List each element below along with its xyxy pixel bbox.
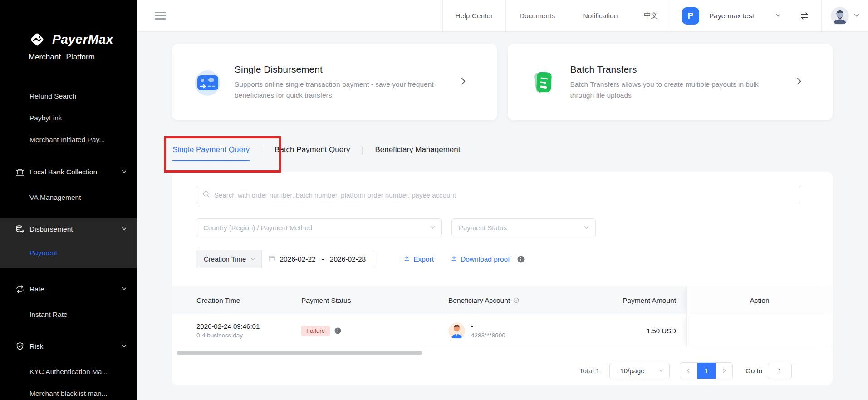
row-business-days: 0-4 business day (196, 332, 260, 339)
promo-cards: Single Disbursement Supports online sing… (172, 44, 833, 120)
search-input[interactable] (214, 191, 800, 199)
time-type-select[interactable]: Creation Time (196, 250, 262, 268)
topbar-language-switch[interactable]: 中文 (632, 0, 670, 31)
chevron-right-icon (795, 78, 803, 87)
date-range-picker[interactable]: 2026-02-22 - 2026-02-28 (262, 250, 374, 268)
table-header: Creation Time Payment Status Beneficiary… (172, 286, 833, 314)
beneficiary-account-number: 4283***8900 (471, 332, 505, 339)
sidebar-item-merchant-blacklist[interactable]: Merchant blacklist man... (0, 383, 137, 400)
date-start: 2026-02-22 (280, 255, 315, 263)
main-area: Help Center Documents Notification 中文 P … (137, 0, 868, 400)
download-icon (403, 255, 410, 263)
sidebar-item-local-bank-collection[interactable]: Local Bank Collection (0, 161, 137, 183)
sidebar-item-paybylink[interactable]: PaybyLink (0, 107, 137, 129)
prev-page-button[interactable] (680, 363, 697, 379)
header-payment-status: Payment Status (301, 286, 448, 314)
topbar-right: Help Center Documents Notification 中文 P … (442, 0, 868, 31)
export-button[interactable]: Export (403, 255, 434, 263)
user-avatar (831, 7, 849, 25)
eye-off-icon[interactable] (513, 297, 520, 304)
card-title: Single Disbursement (235, 64, 448, 75)
payment-amount: 1.50 USD (647, 327, 676, 335)
payermax-logo-icon (28, 30, 46, 49)
org-badge: P (682, 7, 699, 25)
sidebar-item-risk[interactable]: Risk (0, 336, 137, 357)
payments-table: Creation Time Payment Status Beneficiary… (172, 286, 833, 355)
date-end: 2026-02-28 (330, 255, 366, 263)
chevron-down-icon (250, 255, 255, 263)
chevron-down-icon (121, 168, 127, 176)
tab-batch-payment-query[interactable]: Batch Payment Query (275, 145, 350, 155)
topbar-documents[interactable]: Documents (505, 0, 569, 31)
download-proof-button[interactable]: Download proof (451, 255, 525, 263)
query-panel: Country (Region) / Payment Method Paymen… (172, 172, 833, 385)
time-filter-row: Creation Time 2026-02-22 - 2026-02-28 (196, 250, 833, 268)
row-creation-time: 2026-02-24 09:46:01 (196, 322, 260, 330)
total-count: Total 1 (579, 367, 599, 375)
sidebar-item-merchant-initiated-pay[interactable]: Merchant Initiated Pay... (0, 129, 137, 151)
coins-icon (15, 224, 25, 234)
sidebar-active-section: Disbursement Payment (0, 218, 137, 268)
sidebar-item-disbursement[interactable]: Disbursement (0, 218, 137, 240)
topbar-account-switcher[interactable]: P Payermax test (670, 0, 821, 31)
payment-status-select[interactable]: Payment Status (451, 218, 596, 237)
sidebar-item-va-management[interactable]: VA Management (0, 187, 137, 208)
exchange-icon (15, 284, 25, 294)
topbar-help-center[interactable]: Help Center (442, 0, 505, 31)
header-creation-time: Creation Time (172, 286, 301, 314)
batch-doc-icon (529, 68, 558, 97)
tab-single-payment-query[interactable]: Single Payment Query (172, 145, 250, 155)
country-payment-method-select[interactable]: Country (Region) / Payment Method (196, 218, 442, 237)
download-icon (451, 255, 457, 263)
query-tabs: Single Payment Query Batch Payment Query… (172, 141, 833, 159)
chevron-right-icon (460, 78, 467, 87)
scrollbar-thumb[interactable] (177, 351, 422, 355)
next-page-button[interactable] (716, 363, 732, 379)
info-icon[interactable] (517, 256, 525, 263)
card-description: Batch Transfers allows you to create mul… (570, 79, 784, 100)
switch-account-icon[interactable] (799, 11, 809, 21)
brand-logo: PayerMax (28, 30, 137, 49)
goto-page-input[interactable] (768, 363, 792, 379)
sidebar-item-refund-search[interactable]: Refund Search (0, 85, 137, 107)
table-row[interactable]: 2026-02-24 09:46:01 0-4 business day Fai… (172, 314, 833, 347)
header-payment-amount: Payment Amount (603, 286, 686, 314)
sidebar-item-instant-rate[interactable]: Instant Rate (0, 304, 137, 326)
sidebar: PayerMax Merchant Platform Refund Search… (0, 0, 137, 400)
status-badge: Failure (301, 326, 330, 336)
sidebar-item-payment[interactable]: Payment (0, 240, 137, 266)
topbar-user-menu[interactable] (821, 0, 868, 31)
search-icon (202, 190, 210, 200)
shield-icon (15, 341, 25, 351)
filters-row: Country (Region) / Payment Method Paymen… (196, 218, 833, 237)
chevron-down-icon (658, 367, 664, 375)
bank-icon (15, 167, 25, 177)
beneficiary-avatar (448, 322, 465, 339)
card-description: Supports online single transaction payme… (235, 79, 448, 100)
page-content: Single Disbursement Supports online sing… (137, 32, 868, 400)
date-separator: - (322, 255, 324, 263)
topbar-notification[interactable]: Notification (569, 0, 632, 31)
sidebar-item-kyc-authentication[interactable]: KYC Authentication Ma... (0, 361, 137, 383)
topbar: Help Center Documents Notification 中文 P … (137, 0, 868, 32)
brand-name: PayerMax (52, 32, 113, 47)
page-number-current[interactable]: 1 (697, 363, 716, 379)
beneficiary-name: - (471, 322, 505, 330)
sidebar-item-rate[interactable]: Rate (0, 278, 137, 300)
tab-beneficiary-management[interactable]: Beneficiary Management (375, 145, 460, 155)
page-size-select[interactable]: 10/page (609, 363, 670, 379)
sidebar-menu: Refund Search PaybyLink Merchant Initiat… (0, 85, 137, 400)
pager: 1 (680, 362, 733, 379)
card-title: Batch Transfers (570, 64, 784, 75)
info-icon[interactable] (334, 327, 341, 334)
chevron-down-icon (121, 342, 127, 351)
chevron-down-icon (121, 285, 127, 293)
org-name: Payermax test (709, 12, 754, 20)
pagination: Total 1 10/page 1 Go to (172, 362, 833, 379)
batch-transfers-card[interactable]: Batch Transfers Batch Transfers allows y… (508, 44, 833, 120)
horizontal-scrollbar (172, 351, 833, 355)
single-disbursement-card[interactable]: Single Disbursement Supports online sing… (172, 44, 497, 120)
time-filter: Creation Time 2026-02-22 - 2026-02-28 (196, 250, 374, 268)
goto-label: Go to (745, 367, 762, 375)
hamburger-menu-icon[interactable] (152, 9, 168, 22)
